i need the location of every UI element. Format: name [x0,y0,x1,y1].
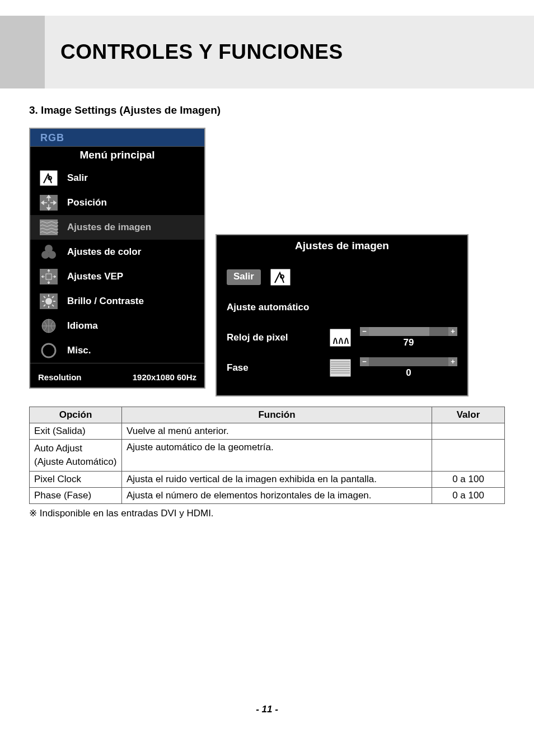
pixel-clock-value: 79 [404,337,414,348]
cell-option: Exit (Salida) [30,423,122,440]
cell-option: Pixel Clock [30,471,122,487]
slider-minus-icon[interactable]: − [360,327,369,336]
sub-item-exit[interactable]: Salir [227,262,457,292]
slider-plus-icon[interactable]: + [448,327,457,336]
th-value: Valor [432,407,505,423]
sub-item-phase[interactable]: Fase − [227,353,457,383]
menu-item-exit[interactable]: Salir [30,166,204,190]
color-settings-icon [38,242,59,262]
header-title-box: CONTROLES Y FUNCIONES [45,16,534,88]
osd-main-header: RGB [30,129,204,147]
footnote: ※ Indisponible en las entradas DVI y HDM… [29,507,505,519]
section-heading: 3. Image Settings (Ajustes de Imagen) [29,104,505,116]
exit-label: Salir [227,269,261,285]
cell-value: 0 a 100 [432,471,505,487]
menu-item-label: Idioma [67,320,98,332]
menu-item-color-settings[interactable]: Ajustes de color [30,240,204,264]
position-icon [38,193,59,212]
svg-rect-14 [330,329,351,347]
pixel-clock-slider[interactable]: − + 79 [360,327,457,348]
header-accent-box [0,16,45,88]
exit-icon [269,267,292,287]
th-function: Función [122,407,432,423]
exit-icon [38,169,59,188]
options-table: Opción Función Valor Exit (Salida) Vuelv… [29,407,505,504]
svg-point-5 [48,251,56,259]
auto-adjust-label: Ajuste automático [227,302,321,313]
osd-main-title: Menú principal [30,147,204,166]
svg-point-12 [42,344,55,357]
sub-item-auto-adjust[interactable]: Ajuste automático [227,292,457,323]
menu-item-label: Salir [67,172,88,184]
osd-status-bar: Resolution 1920x1080 60Hz [30,363,204,388]
pixel-clock-label: Reloj de pixel [227,332,321,343]
slider-plus-icon[interactable]: + [448,357,457,366]
osd-sub-menu: Ajustes de imagen Salir Ajuste automátic… [216,234,469,396]
page-number: - 11 - [29,704,505,732]
cell-function: Ajuste automático de la geometría. [122,440,432,472]
menu-item-label: Misc. [67,345,91,356]
menu-item-label: Ajustes de color [67,246,141,258]
th-option: Opción [30,407,122,423]
cell-value [432,423,505,440]
table-row: Auto Adjust(Ajuste Automático) Ajuste au… [30,440,505,472]
menu-item-image-settings[interactable]: Ajustes de imagen [30,215,204,240]
resolution-value: 1920x1080 60Hz [133,372,196,382]
phase-label: Fase [227,362,321,374]
table-row: Exit (Salida) Vuelve al menú anterior. [30,423,505,440]
brightness-icon [38,292,59,311]
menu-item-label: Ajustes de imagen [67,222,151,233]
phase-icon [329,358,352,378]
resolution-label: Resolution [38,372,82,382]
cell-function: Ajusta el ruido vertical de la imagen ex… [122,471,432,487]
image-settings-icon [38,218,59,237]
menu-item-label: Posición [67,197,107,208]
table-header-row: Opción Función Valor [30,407,505,423]
sub-item-pixel-clock[interactable]: Reloj de pixel − + 79 [227,323,457,353]
menu-item-label: Brillo / Contraste [67,296,144,307]
cell-value: 0 a 100 [432,487,505,503]
phase-slider[interactable]: − + 0 [360,357,457,379]
slider-minus-icon[interactable]: − [360,357,369,366]
header-band: CONTROLES Y FUNCIONES [0,16,534,88]
menu-item-brightness-contrast[interactable]: Brillo / Contraste [30,289,204,314]
cell-function: Vuelve al menú anterior. [122,423,432,440]
osd-menu-list: Salir Posición [30,166,204,363]
input-mode-label: RGB [40,132,194,144]
table-row: Phase (Fase) Ajusta el número de element… [30,487,505,503]
vep-icon [38,267,59,286]
svg-point-9 [45,298,52,305]
osd-main-menu: RGB Menú principal Salir Posición [29,128,205,389]
phase-value: 0 [406,367,411,379]
svg-point-4 [41,251,49,259]
cell-value [432,440,505,472]
pixel-clock-icon [329,328,352,348]
cell-option: Phase (Fase) [30,487,122,503]
table-row: Pixel Clock Ajusta el ruido vertical de … [30,471,505,487]
menu-item-misc[interactable]: Misc. [30,338,204,363]
cell-function: Ajusta el número de elementos horizontal… [122,487,432,503]
language-icon [38,316,59,335]
page-title: CONTROLES Y FUNCIONES [60,40,343,64]
menu-item-vep-settings[interactable]: Ajustes VEP [30,264,204,289]
menu-item-position[interactable]: Posición [30,190,204,215]
menu-item-label: Ajustes VEP [67,271,123,282]
menu-item-language[interactable]: Idioma [30,314,204,338]
misc-icon [38,341,59,360]
osd-sub-title: Ajustes de imagen [217,235,467,256]
cell-option: Auto Adjust(Ajuste Automático) [30,440,122,472]
